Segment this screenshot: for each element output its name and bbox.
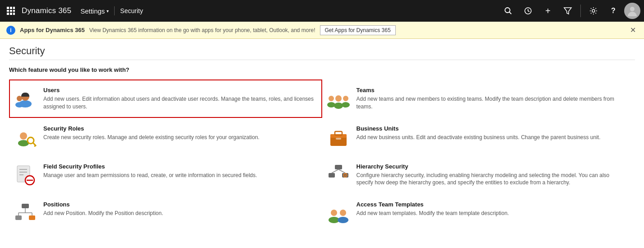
svg-marker-12 bbox=[564, 8, 571, 14]
feature-access-team-templates[interactable]: Access Team Templates Add new team templ… bbox=[322, 194, 635, 232]
teams-desc: Add new teams and new members to existin… bbox=[357, 95, 627, 111]
svg-rect-7 bbox=[10, 13, 12, 15]
hierarchy-security-title: Hierarchy Security bbox=[357, 163, 627, 170]
section-heading: Which feature would you like to work wit… bbox=[9, 66, 635, 73]
filter-icon[interactable] bbox=[559, 2, 577, 20]
svg-point-26 bbox=[20, 132, 27, 140]
field-security-profiles-desc: Manage user and team permissions to read… bbox=[43, 172, 257, 179]
svg-rect-49 bbox=[15, 215, 22, 220]
users-icon bbox=[14, 87, 37, 110]
svg-rect-41 bbox=[335, 165, 342, 169]
teams-title: Teams bbox=[357, 87, 627, 94]
svg-rect-3 bbox=[7, 10, 9, 12]
hierarchy-security-desc: Configure hierarchy security, including … bbox=[357, 172, 627, 187]
history-icon[interactable] bbox=[519, 2, 537, 20]
svg-point-58 bbox=[340, 210, 346, 216]
notification-bar: i Apps for Dynamics 365 View Dynamics 36… bbox=[0, 22, 644, 39]
feature-grid: Users Add new users. Edit information ab… bbox=[9, 80, 635, 232]
svg-rect-6 bbox=[7, 13, 9, 15]
svg-line-45 bbox=[338, 169, 345, 173]
topnav-right-icons: + ? bbox=[499, 2, 640, 20]
svg-line-44 bbox=[332, 169, 338, 173]
notif-message: View Dynamics 365 information on the go … bbox=[89, 27, 315, 33]
hierarchy-security-icon bbox=[327, 163, 350, 187]
svg-point-57 bbox=[338, 217, 348, 223]
notif-app-name: Apps for Dynamics 365 bbox=[20, 27, 85, 33]
svg-point-13 bbox=[592, 9, 595, 12]
notif-close-button[interactable]: ✕ bbox=[628, 26, 638, 34]
svg-point-20 bbox=[329, 96, 334, 101]
info-icon: i bbox=[6, 26, 15, 35]
svg-rect-1 bbox=[10, 7, 12, 9]
teams-info: Teams Add new teams and new members to e… bbox=[357, 87, 627, 111]
svg-rect-34 bbox=[336, 138, 341, 140]
svg-point-24 bbox=[343, 96, 348, 101]
feature-positions[interactable]: Positions Add new Position. Modify the P… bbox=[9, 194, 322, 232]
svg-point-27 bbox=[28, 137, 34, 144]
gear-icon[interactable] bbox=[584, 2, 602, 20]
get-apps-button[interactable]: Get Apps for Dynamics 365 bbox=[320, 25, 396, 35]
svg-point-56 bbox=[331, 210, 337, 216]
svg-point-21 bbox=[334, 103, 343, 109]
svg-rect-5 bbox=[13, 10, 15, 12]
help-icon[interactable]: ? bbox=[604, 2, 622, 20]
field-security-profiles-icon bbox=[14, 163, 37, 187]
nav-divider bbox=[580, 5, 581, 17]
svg-point-22 bbox=[335, 95, 342, 102]
users-title: Users bbox=[43, 87, 314, 94]
settings-chevron-icon: ▾ bbox=[107, 9, 109, 14]
field-security-profiles-title: Field Security Profiles bbox=[43, 163, 257, 170]
svg-point-14 bbox=[630, 7, 635, 11]
svg-rect-8 bbox=[13, 13, 15, 15]
svg-rect-33 bbox=[335, 131, 342, 135]
teams-icon bbox=[327, 87, 350, 110]
feature-field-security-profiles[interactable]: Field Security Profiles Manage user and … bbox=[9, 156, 322, 194]
access-team-templates-desc: Add new team templates. Modify the team … bbox=[357, 210, 509, 217]
search-icon[interactable] bbox=[499, 2, 517, 20]
access-team-templates-info: Access Team Templates Add new team templ… bbox=[357, 201, 509, 217]
nav-section-label: Security bbox=[120, 7, 143, 14]
svg-point-23 bbox=[342, 102, 350, 108]
positions-title: Positions bbox=[43, 201, 163, 208]
hierarchy-security-info: Hierarchy Security Configure hierarchy s… bbox=[357, 163, 627, 187]
feature-business-units[interactable]: Business Units Add new business units. E… bbox=[322, 118, 635, 156]
feature-users[interactable]: Users Add new users. Edit information ab… bbox=[9, 80, 322, 118]
svg-rect-0 bbox=[7, 7, 9, 9]
nav-separator bbox=[114, 6, 115, 15]
business-units-info: Business Units Add new business units. E… bbox=[357, 125, 601, 141]
field-security-profiles-info: Field Security Profiles Manage user and … bbox=[43, 163, 257, 179]
svg-rect-42 bbox=[329, 173, 335, 178]
feature-teams[interactable]: Teams Add new teams and new members to e… bbox=[322, 80, 635, 118]
positions-info: Positions Add new Position. Modify the P… bbox=[43, 201, 163, 217]
business-units-desc: Add new business units. Edit and deactiv… bbox=[357, 134, 601, 141]
svg-rect-2 bbox=[13, 7, 15, 9]
svg-rect-4 bbox=[10, 10, 12, 12]
positions-icon bbox=[14, 201, 37, 225]
users-desc: Add new users. Edit information about us… bbox=[43, 95, 314, 111]
app-title: Dynamics 365 bbox=[22, 6, 71, 15]
add-icon[interactable]: + bbox=[539, 2, 557, 20]
svg-point-47 bbox=[344, 174, 346, 176]
settings-menu[interactable]: Settings ▾ bbox=[80, 7, 109, 15]
svg-point-18 bbox=[17, 96, 22, 101]
svg-point-19 bbox=[327, 102, 335, 108]
feature-security-roles[interactable]: Security Roles Create new security roles… bbox=[9, 118, 322, 156]
settings-label: Settings bbox=[80, 7, 105, 15]
security-roles-icon bbox=[14, 125, 37, 149]
positions-desc: Add new Position. Modify the Position de… bbox=[43, 210, 163, 217]
security-roles-desc: Create new security roles. Manage and de… bbox=[43, 134, 259, 141]
users-info: Users Add new users. Edit information ab… bbox=[43, 87, 314, 111]
business-units-icon bbox=[327, 125, 350, 149]
svg-rect-48 bbox=[22, 204, 29, 208]
security-roles-info: Security Roles Create new security roles… bbox=[43, 125, 259, 141]
feature-hierarchy-security[interactable]: Hierarchy Security Configure hierarchy s… bbox=[322, 156, 635, 194]
user-avatar[interactable] bbox=[624, 3, 640, 19]
svg-point-9 bbox=[505, 8, 510, 13]
app-grid-icon[interactable] bbox=[4, 4, 18, 18]
access-team-templates-title: Access Team Templates bbox=[357, 201, 509, 208]
security-roles-title: Security Roles bbox=[43, 125, 259, 132]
svg-point-17 bbox=[15, 102, 23, 108]
business-units-title: Business Units bbox=[357, 125, 601, 132]
main-content: Security Which feature would you like to… bbox=[0, 39, 644, 241]
svg-rect-50 bbox=[29, 215, 35, 220]
